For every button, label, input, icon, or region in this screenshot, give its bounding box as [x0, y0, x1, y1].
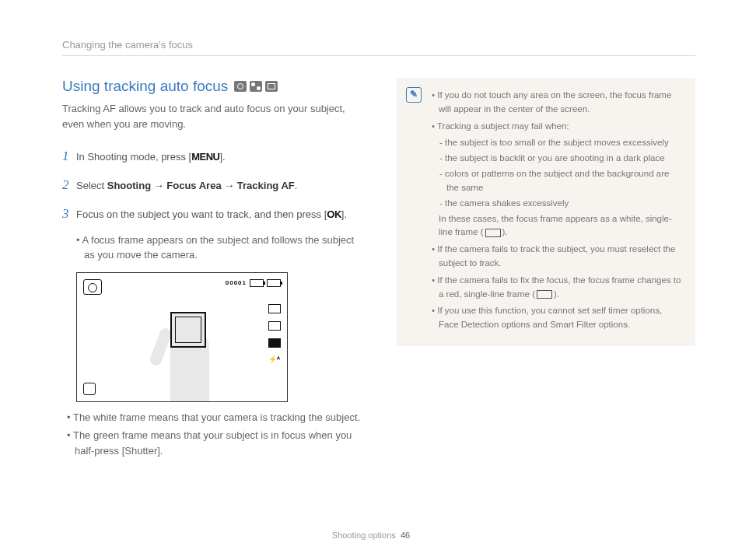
step1-post: ]. [219, 151, 225, 163]
note-item: If you do not touch any area on the scre… [431, 89, 683, 117]
ok-button-label: OK [327, 207, 341, 223]
step-number: 2 [62, 174, 76, 195]
camera-lcd-illustration: 00001 ⚡ᴬ [76, 272, 288, 402]
footer-section: Shooting options [332, 530, 396, 540]
scene-mode-icon [265, 81, 278, 92]
step2-path: Shooting → Focus Area → Tracking AF [107, 180, 295, 191]
note-sub-item: the camera shakes excessively [431, 197, 683, 211]
note-box: ✎ If you do not touch any area on the sc… [397, 78, 695, 346]
resolution-icon [268, 304, 281, 313]
step2-post: . [295, 180, 298, 191]
metering-icon [268, 338, 281, 348]
storage-icon [250, 279, 264, 287]
lcd-top-indicators: 00001 [226, 279, 281, 287]
step3-post: ]. [341, 208, 347, 220]
step-1: 1 In Shooting mode, press [MENU]. [62, 145, 366, 166]
header-rule [62, 55, 695, 56]
quality-icon [268, 321, 281, 331]
mode-icons [234, 81, 278, 92]
page-footer: Shooting options 46 [0, 530, 742, 540]
intro-text: Tracking AF allows you to track and auto… [62, 101, 366, 131]
step-3: 3 Focus on the subject you want to track… [62, 203, 366, 224]
stabilization-icon [83, 383, 96, 395]
camera-mode-icon [83, 279, 102, 295]
step-number: 1 [62, 145, 76, 166]
red-frame-icon [537, 290, 552, 299]
note-sub-item: the subject is backlit or you are shooti… [431, 152, 683, 166]
green-frame-note: The green frame means that your subject … [62, 428, 366, 458]
step3-pre: Focus on the subject you want to track, … [76, 208, 327, 220]
note-item: If you use this function, you cannot set… [431, 304, 683, 332]
white-frame-icon [485, 229, 501, 237]
note-item: If the camera fails to fix the focus, th… [431, 274, 683, 302]
note-sub-item: colors or patterns on the subject and th… [431, 167, 683, 195]
section-title: Using tracking auto focus [62, 78, 366, 95]
right-column: ✎ If you do not touch any area on the sc… [397, 78, 695, 461]
note-item: Tracking a subject may fail when: [431, 120, 683, 134]
page-number: 46 [401, 530, 410, 540]
note-trailing: In these cases, the focus frame appears … [431, 212, 683, 240]
note-item: If the camera fails to track the subject… [431, 243, 683, 271]
step1-pre: In Shooting mode, press [ [76, 151, 191, 163]
step-number: 3 [62, 203, 76, 224]
left-column: Using tracking auto focus Tracking AF al… [62, 78, 366, 461]
step3-sub-bullet: A focus frame appears on the subject and… [62, 233, 366, 263]
shot-counter: 00001 [226, 279, 247, 286]
note-sub-item: the subject is too small or the subject … [431, 136, 683, 150]
note-icon: ✎ [406, 87, 422, 103]
breadcrumb: Changing the camera's focus [62, 39, 695, 51]
dual-mode-icon [250, 81, 262, 92]
battery-icon [267, 279, 281, 287]
flash-icon: ⚡ᴬ [268, 355, 279, 363]
focus-frame-indicator [170, 312, 206, 348]
step-2: 2 Select Shooting → Focus Area → Trackin… [62, 174, 366, 195]
menu-button-label: MENU [191, 149, 219, 166]
step2-pre: Select [76, 180, 107, 191]
title-text: Using tracking auto focus [62, 78, 228, 95]
white-frame-note: The white frame means that your camera i… [62, 410, 366, 425]
program-mode-icon [234, 81, 247, 92]
